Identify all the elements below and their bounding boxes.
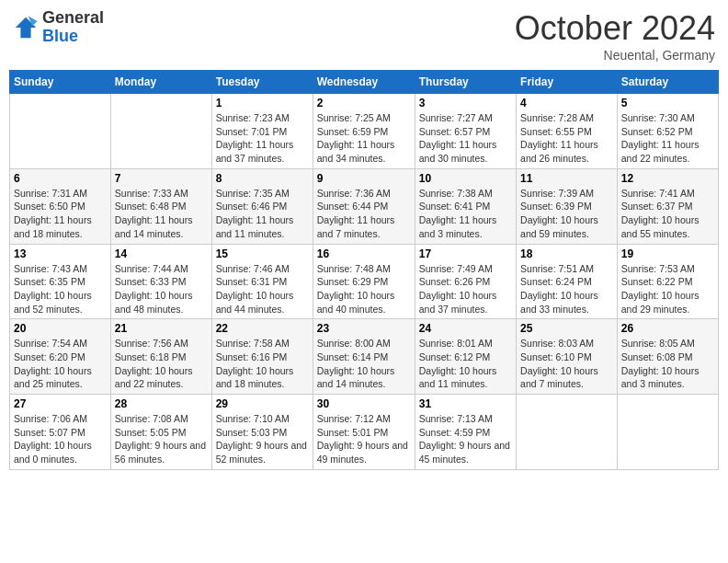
day-info: Sunrise: 7:43 AMSunset: 6:35 PMDaylight:… (14, 262, 107, 316)
day-info: Sunrise: 7:54 AMSunset: 6:20 PMDaylight:… (14, 337, 107, 391)
calendar-cell: 4Sunrise: 7:28 AMSunset: 6:55 PMDaylight… (517, 94, 618, 169)
day-info: Sunrise: 8:05 AMSunset: 6:08 PMDaylight:… (621, 337, 714, 391)
day-number: 3 (419, 97, 512, 109)
calendar-cell: 14Sunrise: 7:44 AMSunset: 6:33 PMDayligh… (110, 244, 211, 319)
calendar-week-2: 6Sunrise: 7:31 AMSunset: 6:50 PMDaylight… (10, 168, 719, 244)
weekday-header-friday: Friday (517, 71, 618, 94)
day-info: Sunrise: 7:51 AMSunset: 6:24 PMDaylight:… (520, 262, 613, 316)
day-number: 10 (419, 172, 512, 185)
day-info: Sunrise: 7:28 AMSunset: 6:55 PMDaylight:… (520, 111, 613, 166)
day-info: Sunrise: 7:48 AMSunset: 6:29 PMDaylight:… (317, 262, 411, 316)
day-info: Sunrise: 7:44 AMSunset: 6:33 PMDaylight:… (115, 262, 208, 316)
calendar-cell: 8Sunrise: 7:35 AMSunset: 6:46 PMDaylight… (211, 168, 313, 244)
day-number: 30 (317, 397, 411, 410)
weekday-header-saturday: Saturday (617, 71, 718, 94)
day-number: 4 (520, 97, 613, 109)
day-number: 18 (520, 247, 613, 260)
day-number: 31 (419, 397, 512, 410)
calendar-cell: 31Sunrise: 7:13 AMSunset: 4:59 PMDayligh… (415, 395, 516, 470)
day-info: Sunrise: 7:23 AMSunset: 7:01 PMDaylight:… (216, 111, 309, 166)
day-number: 12 (621, 172, 714, 185)
weekday-header-row: SundayMondayTuesdayWednesdayThursdayFrid… (10, 71, 719, 94)
calendar-cell: 2Sunrise: 7:25 AMSunset: 6:59 PMDaylight… (313, 94, 415, 169)
day-info: Sunrise: 7:12 AMSunset: 5:01 PMDaylight:… (317, 412, 411, 466)
day-number: 9 (317, 172, 411, 185)
calendar-cell (10, 94, 111, 169)
day-number: 16 (317, 247, 411, 260)
day-number: 17 (419, 247, 512, 260)
calendar-cell: 27Sunrise: 7:06 AMSunset: 5:07 PMDayligh… (10, 395, 111, 470)
calendar-cell (110, 94, 211, 169)
day-number: 24 (419, 322, 512, 335)
day-info: Sunrise: 7:58 AMSunset: 6:16 PMDaylight:… (216, 337, 309, 391)
calendar-cell: 13Sunrise: 7:43 AMSunset: 6:35 PMDayligh… (10, 244, 111, 319)
calendar-week-4: 20Sunrise: 7:54 AMSunset: 6:20 PMDayligh… (10, 319, 719, 395)
calendar-week-3: 13Sunrise: 7:43 AMSunset: 6:35 PMDayligh… (10, 244, 719, 319)
calendar-cell: 9Sunrise: 7:36 AMSunset: 6:44 PMDaylight… (313, 168, 415, 244)
day-number: 11 (520, 172, 613, 185)
day-number: 6 (14, 172, 107, 185)
day-info: Sunrise: 7:53 AMSunset: 6:22 PMDaylight:… (621, 262, 714, 316)
calendar-cell: 6Sunrise: 7:31 AMSunset: 6:50 PMDaylight… (10, 168, 111, 244)
day-info: Sunrise: 7:31 AMSunset: 6:50 PMDaylight:… (14, 187, 107, 241)
day-number: 23 (317, 322, 411, 335)
day-number: 25 (520, 322, 613, 335)
location-subtitle: Neuental, Germany (515, 48, 715, 63)
day-number: 22 (216, 322, 309, 335)
day-number: 14 (115, 247, 208, 260)
calendar-cell: 5Sunrise: 7:30 AMSunset: 6:52 PMDaylight… (617, 94, 718, 169)
title-block: October 2024 Neuental, Germany (515, 9, 715, 63)
day-info: Sunrise: 7:27 AMSunset: 6:57 PMDaylight:… (419, 111, 512, 166)
calendar-table: SundayMondayTuesdayWednesdayThursdayFrid… (9, 70, 719, 470)
month-title: October 2024 (515, 9, 715, 48)
weekday-header-monday: Monday (110, 71, 211, 94)
day-info: Sunrise: 7:30 AMSunset: 6:52 PMDaylight:… (621, 111, 714, 166)
day-info: Sunrise: 7:25 AMSunset: 6:59 PMDaylight:… (317, 111, 411, 166)
day-number: 19 (621, 247, 714, 260)
day-info: Sunrise: 7:49 AMSunset: 6:26 PMDaylight:… (419, 262, 512, 316)
calendar-cell: 12Sunrise: 7:41 AMSunset: 6:37 PMDayligh… (617, 168, 718, 244)
weekday-header-thursday: Thursday (415, 71, 516, 94)
day-info: Sunrise: 8:00 AMSunset: 6:14 PMDaylight:… (317, 337, 411, 391)
calendar-cell: 25Sunrise: 8:03 AMSunset: 6:10 PMDayligh… (517, 319, 618, 395)
day-info: Sunrise: 7:35 AMSunset: 6:46 PMDaylight:… (216, 187, 309, 241)
calendar-cell: 30Sunrise: 7:12 AMSunset: 5:01 PMDayligh… (313, 395, 415, 470)
day-number: 7 (115, 172, 208, 185)
day-info: Sunrise: 7:39 AMSunset: 6:39 PMDaylight:… (520, 187, 613, 241)
day-number: 8 (216, 172, 309, 185)
weekday-header-tuesday: Tuesday (211, 71, 313, 94)
calendar-cell: 26Sunrise: 8:05 AMSunset: 6:08 PMDayligh… (617, 319, 718, 395)
calendar-cell: 28Sunrise: 7:08 AMSunset: 5:05 PMDayligh… (110, 395, 211, 470)
day-info: Sunrise: 8:01 AMSunset: 6:12 PMDaylight:… (419, 337, 512, 391)
day-info: Sunrise: 7:33 AMSunset: 6:48 PMDaylight:… (115, 187, 208, 241)
day-info: Sunrise: 7:10 AMSunset: 5:03 PMDaylight:… (216, 412, 309, 466)
day-number: 21 (115, 322, 208, 335)
calendar-cell: 24Sunrise: 8:01 AMSunset: 6:12 PMDayligh… (415, 319, 516, 395)
calendar-cell (517, 395, 618, 470)
calendar-cell: 18Sunrise: 7:51 AMSunset: 6:24 PMDayligh… (517, 244, 618, 319)
day-number: 26 (621, 322, 714, 335)
logo-icon (13, 15, 39, 40)
day-number: 27 (14, 397, 107, 410)
calendar-cell: 3Sunrise: 7:27 AMSunset: 6:57 PMDaylight… (415, 94, 516, 169)
day-info: Sunrise: 7:41 AMSunset: 6:37 PMDaylight:… (621, 187, 714, 241)
day-number: 13 (14, 247, 107, 260)
calendar-cell: 1Sunrise: 7:23 AMSunset: 7:01 PMDaylight… (211, 94, 313, 169)
day-info: Sunrise: 7:13 AMSunset: 4:59 PMDaylight:… (419, 412, 512, 466)
weekday-header-wednesday: Wednesday (313, 71, 415, 94)
day-number: 15 (216, 247, 309, 260)
day-number: 5 (621, 97, 714, 109)
calendar-cell: 19Sunrise: 7:53 AMSunset: 6:22 PMDayligh… (617, 244, 718, 319)
day-info: Sunrise: 7:56 AMSunset: 6:18 PMDaylight:… (115, 337, 208, 391)
logo: General Blue (13, 9, 104, 46)
page-header: General Blue October 2024 Neuental, Germ… (9, 9, 719, 63)
calendar-cell: 11Sunrise: 7:39 AMSunset: 6:39 PMDayligh… (517, 168, 618, 244)
calendar-week-5: 27Sunrise: 7:06 AMSunset: 5:07 PMDayligh… (10, 395, 719, 470)
calendar-cell: 21Sunrise: 7:56 AMSunset: 6:18 PMDayligh… (110, 319, 211, 395)
calendar-cell: 7Sunrise: 7:33 AMSunset: 6:48 PMDaylight… (110, 168, 211, 244)
day-number: 28 (115, 397, 208, 410)
day-info: Sunrise: 7:08 AMSunset: 5:05 PMDaylight:… (115, 412, 208, 466)
logo-blue-text: Blue (42, 27, 78, 45)
calendar-cell: 15Sunrise: 7:46 AMSunset: 6:31 PMDayligh… (211, 244, 313, 319)
day-number: 20 (14, 322, 107, 335)
